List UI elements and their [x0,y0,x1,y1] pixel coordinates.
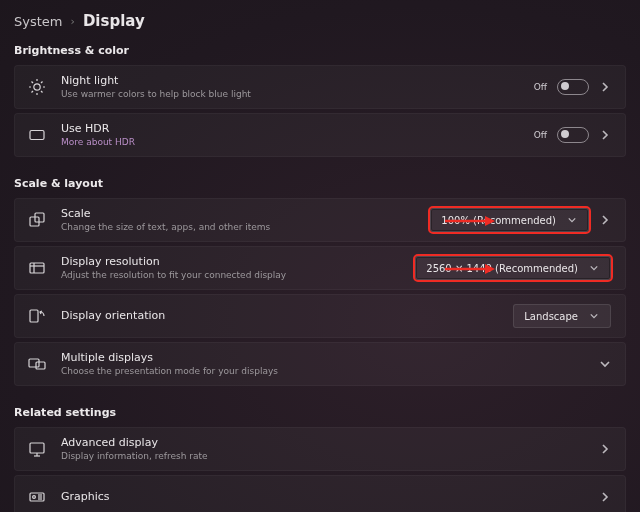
svg-line-8 [41,82,43,84]
svg-rect-21 [36,362,45,369]
hdr-toggle[interactable] [557,127,589,143]
section-related-title: Related settings [14,406,626,419]
svg-rect-14 [30,263,44,273]
chevron-down-icon [566,214,578,226]
night-light-toggle[interactable] [557,79,589,95]
multiple-displays-icon [27,354,47,374]
svg-point-0 [34,84,40,90]
advanced-sub: Display information, refresh rate [61,450,599,462]
svg-line-5 [32,82,34,84]
multi-sub: Choose the presentation mode for your di… [61,365,599,377]
hdr-icon [27,125,47,145]
chevron-right-icon[interactable] [599,129,611,141]
breadcrumb: System › Display [14,12,626,30]
resolution-value: 2560 × 1440 (Recommended) [426,263,578,274]
monitor-icon [27,439,47,459]
svg-point-26 [33,496,36,499]
night-light-title: Night light [61,74,534,88]
row-hdr[interactable]: Use HDR More about HDR Off [14,113,626,157]
chevron-right-icon[interactable] [599,491,611,503]
svg-rect-19 [30,310,38,322]
night-light-icon [27,77,47,97]
scale-dropdown[interactable]: 100% (Recommended) [430,208,589,232]
scale-icon [27,210,47,230]
svg-line-7 [32,91,34,93]
orientation-dropdown[interactable]: Landscape [513,304,611,328]
scale-value: 100% (Recommended) [441,215,556,226]
orientation-icon [27,306,47,326]
night-light-sub: Use warmer colors to help block blue lig… [61,88,534,100]
row-orientation[interactable]: Display orientation Landscape [14,294,626,338]
row-resolution[interactable]: Display resolution Adjust the resolution… [14,246,626,290]
chevron-right-icon[interactable] [599,443,611,455]
scale-sub: Change the size of text, apps, and other… [61,221,430,233]
svg-rect-20 [29,359,39,367]
section-scale-title: Scale & layout [14,177,626,190]
hdr-state: Off [534,130,547,140]
resolution-title: Display resolution [61,255,415,269]
chevron-right-icon[interactable] [599,214,611,226]
night-light-state: Off [534,82,547,92]
hdr-link[interactable]: More about HDR [61,136,534,148]
hdr-title: Use HDR [61,122,534,136]
graphics-icon [27,487,47,507]
row-advanced-display[interactable]: Advanced display Display information, re… [14,427,626,471]
svg-rect-22 [30,443,44,453]
svg-rect-9 [30,131,44,140]
multi-title: Multiple displays [61,351,599,365]
resolution-icon [27,258,47,278]
orientation-value: Landscape [524,311,578,322]
section-brightness-title: Brightness & color [14,44,626,57]
row-graphics[interactable]: Graphics [14,475,626,512]
scale-title: Scale [61,207,430,221]
svg-line-6 [41,91,43,93]
resolution-dropdown[interactable]: 2560 × 1440 (Recommended) [415,256,611,280]
row-multiple-displays[interactable]: Multiple displays Choose the presentatio… [14,342,626,386]
advanced-title: Advanced display [61,436,599,450]
orientation-title: Display orientation [61,309,513,323]
resolution-sub: Adjust the resolution to fit your connec… [61,269,415,281]
breadcrumb-root[interactable]: System [14,14,62,29]
graphics-title: Graphics [61,490,599,504]
row-night-light[interactable]: Night light Use warmer colors to help bl… [14,65,626,109]
chevron-down-icon [588,262,600,274]
chevron-down-icon[interactable] [599,358,611,370]
breadcrumb-current: Display [83,12,145,30]
chevron-right-icon: › [70,15,74,28]
row-scale[interactable]: Scale Change the size of text, apps, and… [14,198,626,242]
chevron-down-icon [588,310,600,322]
chevron-right-icon[interactable] [599,81,611,93]
